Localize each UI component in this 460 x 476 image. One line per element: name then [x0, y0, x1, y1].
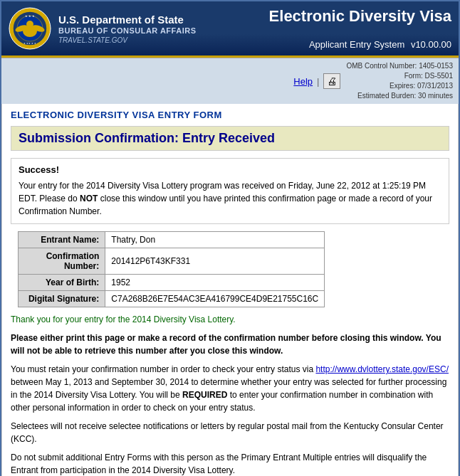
thank-you-text: Thank you for your entry for the 2014 Di… [11, 314, 449, 324]
version-label: v10.00.00 [411, 39, 451, 50]
table-cell-label: Entrant Name: [19, 232, 105, 248]
svg-text:★ ★ ★: ★ ★ ★ [25, 14, 35, 18]
success-label: Success! [19, 164, 441, 175]
table-cell-label: Digital Signature: [19, 291, 105, 307]
table-row: Entrant Name:Thatry, Don [19, 232, 325, 248]
toolbar-buttons: Help | 🖨 [293, 73, 340, 89]
header-left: ★ ★ ★ ★ ★ ★ ★ ★ U.S. Department of State… [1, 1, 203, 55]
table-cell-value: 1952 [105, 275, 325, 291]
app-entry-system: Applicant Entry System v10.00.00 [309, 39, 451, 50]
table-row: Year of Birth:1952 [19, 275, 325, 291]
omb-label: OMB Control Number: 1405-0153 [346, 61, 453, 71]
help-button[interactable]: Help [293, 76, 313, 87]
info-para-2: You must retain your confirmation number… [11, 363, 449, 414]
svg-text:★ ★ ★ ★ ★: ★ ★ ★ ★ ★ [23, 42, 36, 45]
table-row: Confirmation Number:201412P6T43KF331 [19, 248, 325, 275]
info-para-3: Selectees will not receive selectee noti… [11, 420, 449, 445]
confirmation-banner: Submission Confirmation: Entry Received [11, 126, 449, 151]
toolbar-info: OMB Control Number: 1405-0153 Form: DS-5… [346, 61, 453, 101]
header-title: U.S. Department of State BUREAU OF CONSU… [58, 14, 196, 44]
state-dept-seal: ★ ★ ★ ★ ★ ★ ★ ★ [9, 7, 51, 50]
confirmation-heading: Submission Confirmation: Entry Received [19, 131, 441, 146]
travel-url: TRAVEL.STATE.GOV [58, 36, 196, 44]
table-cell-value: Thatry, Don [105, 232, 325, 248]
table-cell-value: 201412P6T43KF331 [105, 248, 325, 275]
entry-data-table: Entrant Name:Thatry, DonConfirmation Num… [18, 231, 325, 307]
print-button[interactable]: 🖨 [323, 73, 340, 89]
notice-text: Your entry for the 2014 Diversity Visa L… [19, 179, 441, 218]
edv-title: Electronic Diversity Visa [269, 7, 451, 26]
info-para-1: Please either print this page or make a … [11, 332, 449, 357]
form-label: Form: DS-5501 [346, 71, 453, 81]
table-cell-label: Confirmation Number: [19, 248, 105, 275]
main-content: ELECTRONIC DIVERSITY VISA ENTRY FORM Sub… [1, 104, 459, 476]
app-entry-label: Applicant Entry System [309, 39, 404, 50]
table-row: Digital Signature:C7A268B26E7E54AC3EA416… [19, 291, 325, 307]
dvlottery-link[interactable]: http://www.dvlottery.state.gov/ESC/ [315, 364, 449, 374]
success-box: Success! Your entry for the 2014 Diversi… [11, 158, 449, 224]
info-para-4: Do not submit additional Entry Forms wit… [11, 451, 449, 476]
divider: | [317, 76, 319, 87]
bureau-name: BUREAU OF CONSULAR AFFAIRS [58, 26, 196, 35]
toolbar: Help | 🖨 OMB Control Number: 1405-0153 F… [1, 58, 459, 104]
burden-label: Estimated Burden: 30 minutes [346, 91, 453, 101]
table-cell-label: Year of Birth: [19, 275, 105, 291]
header-right: Electronic Diversity Visa Applicant Entr… [203, 1, 459, 55]
expires-label: Expires: 07/31/2013 [346, 81, 453, 91]
form-title: ELECTRONIC DIVERSITY VISA ENTRY FORM [11, 110, 449, 120]
table-cell-value: C7A268B26E7E54AC3EA416799CE4D9E21755C16C [105, 291, 325, 307]
printer-icon: 🖨 [327, 75, 337, 87]
dept-name: U.S. Department of State [58, 14, 196, 26]
